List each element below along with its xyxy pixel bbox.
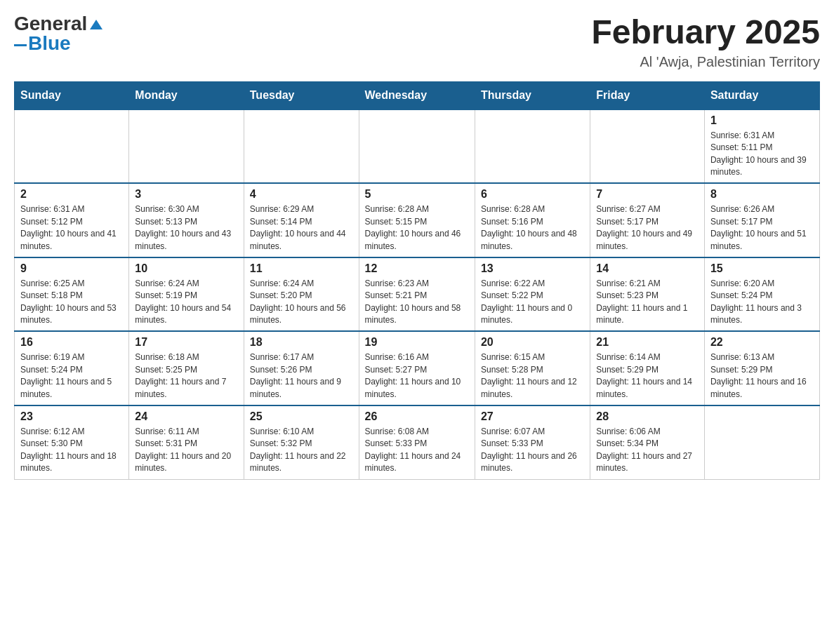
day-info: Sunrise: 6:08 AM Sunset: 5:33 PM Dayligh… (365, 426, 469, 475)
calendar-cell: 20Sunrise: 6:15 AM Sunset: 5:28 PM Dayli… (475, 331, 590, 405)
calendar-table: SundayMondayTuesdayWednesdayThursdayFrid… (14, 81, 820, 480)
day-of-week-header: Friday (590, 81, 705, 109)
calendar-cell: 7Sunrise: 6:27 AM Sunset: 5:17 PM Daylig… (590, 183, 705, 257)
day-info: Sunrise: 6:28 AM Sunset: 5:15 PM Dayligh… (365, 203, 469, 253)
calendar-cell: 25Sunrise: 6:10 AM Sunset: 5:32 PM Dayli… (244, 405, 359, 479)
day-info: Sunrise: 6:25 AM Sunset: 5:18 PM Dayligh… (20, 278, 123, 327)
calendar-cell (129, 109, 244, 184)
calendar-cell: 2Sunrise: 6:31 AM Sunset: 5:12 PM Daylig… (15, 183, 129, 257)
calendar-cell: 22Sunrise: 6:13 AM Sunset: 5:29 PM Dayli… (704, 331, 819, 405)
calendar-header-row: SundayMondayTuesdayWednesdayThursdayFrid… (15, 81, 820, 109)
calendar-cell (590, 109, 705, 184)
calendar-cell: 27Sunrise: 6:07 AM Sunset: 5:33 PM Dayli… (475, 405, 590, 479)
day-info: Sunrise: 6:27 AM Sunset: 5:17 PM Dayligh… (596, 203, 699, 253)
calendar-cell: 17Sunrise: 6:18 AM Sunset: 5:25 PM Dayli… (129, 331, 244, 405)
calendar-week-row: 9Sunrise: 6:25 AM Sunset: 5:18 PM Daylig… (15, 257, 820, 332)
day-number: 11 (250, 262, 353, 275)
day-number: 4 (250, 188, 353, 201)
day-number: 2 (20, 188, 123, 201)
day-number: 5 (365, 188, 469, 201)
day-of-week-header: Tuesday (244, 81, 359, 109)
calendar-cell: 1Sunrise: 6:31 AM Sunset: 5:11 PM Daylig… (704, 109, 819, 184)
day-info: Sunrise: 6:06 AM Sunset: 5:34 PM Dayligh… (596, 426, 699, 475)
day-info: Sunrise: 6:24 AM Sunset: 5:20 PM Dayligh… (250, 278, 353, 327)
calendar-cell: 12Sunrise: 6:23 AM Sunset: 5:21 PM Dayli… (359, 257, 475, 332)
calendar-cell: 18Sunrise: 6:17 AM Sunset: 5:26 PM Dayli… (244, 331, 359, 405)
calendar-cell: 4Sunrise: 6:29 AM Sunset: 5:14 PM Daylig… (244, 183, 359, 257)
day-of-week-header: Monday (129, 81, 244, 109)
calendar-cell: 15Sunrise: 6:20 AM Sunset: 5:24 PM Dayli… (704, 257, 819, 332)
day-info: Sunrise: 6:13 AM Sunset: 5:29 PM Dayligh… (710, 351, 814, 401)
day-number: 7 (596, 188, 699, 201)
day-info: Sunrise: 6:10 AM Sunset: 5:32 PM Dayligh… (250, 426, 353, 475)
calendar-week-row: 16Sunrise: 6:19 AM Sunset: 5:24 PM Dayli… (15, 331, 820, 405)
calendar-cell: 10Sunrise: 6:24 AM Sunset: 5:19 PM Dayli… (129, 257, 244, 332)
day-info: Sunrise: 6:15 AM Sunset: 5:28 PM Dayligh… (481, 351, 584, 401)
day-info: Sunrise: 6:19 AM Sunset: 5:24 PM Dayligh… (20, 351, 123, 401)
day-info: Sunrise: 6:31 AM Sunset: 5:11 PM Dayligh… (710, 130, 814, 179)
day-number: 14 (596, 262, 699, 275)
day-number: 1 (710, 114, 814, 127)
day-info: Sunrise: 6:22 AM Sunset: 5:22 PM Dayligh… (481, 278, 584, 327)
svg-marker-0 (90, 20, 102, 29)
day-number: 9 (20, 262, 123, 275)
logo-line-decoration (14, 44, 27, 46)
day-number: 15 (710, 262, 814, 275)
day-number: 16 (20, 336, 123, 349)
calendar-cell (704, 405, 819, 479)
calendar-location: Al 'Awja, Palestinian Territory (591, 54, 820, 70)
calendar-title: February 2025 (591, 14, 820, 51)
calendar-cell: 23Sunrise: 6:12 AM Sunset: 5:30 PM Dayli… (15, 405, 129, 479)
calendar-cell: 19Sunrise: 6:16 AM Sunset: 5:27 PM Dayli… (359, 331, 475, 405)
day-info: Sunrise: 6:31 AM Sunset: 5:12 PM Dayligh… (20, 203, 123, 253)
calendar-cell: 6Sunrise: 6:28 AM Sunset: 5:16 PM Daylig… (475, 183, 590, 257)
logo-blue-text: Blue (28, 34, 71, 53)
calendar-cell: 16Sunrise: 6:19 AM Sunset: 5:24 PM Dayli… (15, 331, 129, 405)
calendar-cell: 21Sunrise: 6:14 AM Sunset: 5:29 PM Dayli… (590, 331, 705, 405)
day-info: Sunrise: 6:16 AM Sunset: 5:27 PM Dayligh… (365, 351, 469, 401)
day-info: Sunrise: 6:29 AM Sunset: 5:14 PM Dayligh… (250, 203, 353, 253)
day-info: Sunrise: 6:14 AM Sunset: 5:29 PM Dayligh… (596, 351, 699, 401)
calendar-cell: 28Sunrise: 6:06 AM Sunset: 5:34 PM Dayli… (590, 405, 705, 479)
day-info: Sunrise: 6:26 AM Sunset: 5:17 PM Dayligh… (710, 203, 814, 253)
logo-general-text: General (14, 14, 87, 34)
day-number: 18 (250, 336, 353, 349)
calendar-cell: 26Sunrise: 6:08 AM Sunset: 5:33 PM Dayli… (359, 405, 475, 479)
day-number: 3 (135, 188, 237, 201)
calendar-cell (15, 109, 129, 184)
calendar-cell: 14Sunrise: 6:21 AM Sunset: 5:23 PM Dayli… (590, 257, 705, 332)
calendar-cell: 24Sunrise: 6:11 AM Sunset: 5:31 PM Dayli… (129, 405, 244, 479)
calendar-cell (244, 109, 359, 184)
day-info: Sunrise: 6:18 AM Sunset: 5:25 PM Dayligh… (135, 351, 237, 401)
day-number: 6 (481, 188, 584, 201)
day-info: Sunrise: 6:12 AM Sunset: 5:30 PM Dayligh… (20, 426, 123, 475)
day-number: 23 (20, 410, 123, 423)
day-number: 24 (135, 410, 237, 423)
day-info: Sunrise: 6:23 AM Sunset: 5:21 PM Dayligh… (365, 278, 469, 327)
calendar-week-row: 1Sunrise: 6:31 AM Sunset: 5:11 PM Daylig… (15, 109, 820, 184)
day-number: 20 (481, 336, 584, 349)
title-block: February 2025 Al 'Awja, Palestinian Terr… (591, 14, 820, 70)
calendar-cell (475, 109, 590, 184)
day-number: 28 (596, 410, 699, 423)
day-number: 21 (596, 336, 699, 349)
day-info: Sunrise: 6:11 AM Sunset: 5:31 PM Dayligh… (135, 426, 237, 475)
day-number: 8 (710, 188, 814, 201)
calendar-cell: 13Sunrise: 6:22 AM Sunset: 5:22 PM Dayli… (475, 257, 590, 332)
calendar-cell: 11Sunrise: 6:24 AM Sunset: 5:20 PM Dayli… (244, 257, 359, 332)
day-of-week-header: Thursday (475, 81, 590, 109)
day-info: Sunrise: 6:17 AM Sunset: 5:26 PM Dayligh… (250, 351, 353, 401)
day-number: 12 (365, 262, 469, 275)
day-number: 19 (365, 336, 469, 349)
day-info: Sunrise: 6:21 AM Sunset: 5:23 PM Dayligh… (596, 278, 699, 327)
day-number: 25 (250, 410, 353, 423)
calendar-cell: 5Sunrise: 6:28 AM Sunset: 5:15 PM Daylig… (359, 183, 475, 257)
day-info: Sunrise: 6:28 AM Sunset: 5:16 PM Dayligh… (481, 203, 584, 253)
calendar-cell (359, 109, 475, 184)
day-info: Sunrise: 6:24 AM Sunset: 5:19 PM Dayligh… (135, 278, 237, 327)
day-number: 27 (481, 410, 584, 423)
calendar-cell: 8Sunrise: 6:26 AM Sunset: 5:17 PM Daylig… (704, 183, 819, 257)
day-number: 17 (135, 336, 237, 349)
day-of-week-header: Sunday (15, 81, 129, 109)
logo: General Blue (14, 14, 104, 53)
